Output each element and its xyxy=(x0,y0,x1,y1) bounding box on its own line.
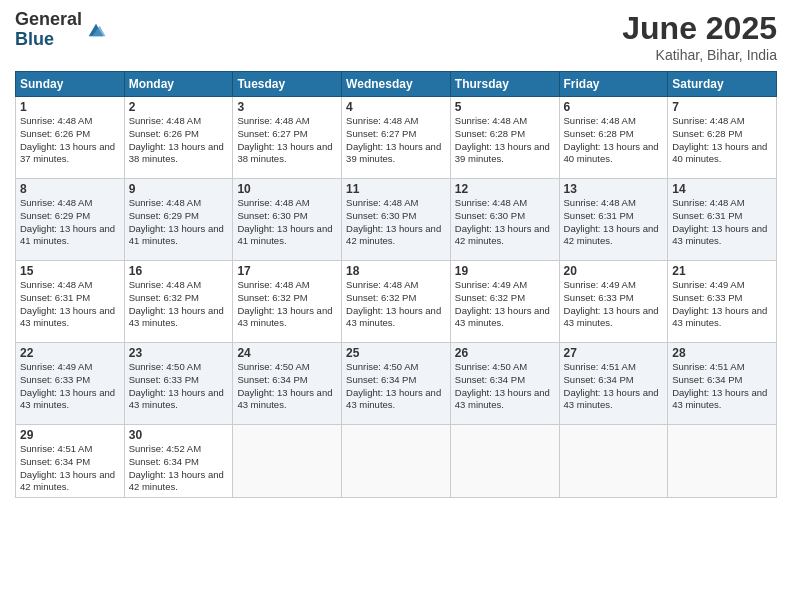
day-number: 7 xyxy=(672,100,772,114)
day-info: Sunrise: 4:48 AMSunset: 6:32 PMDaylight:… xyxy=(346,279,441,328)
table-row: 5 Sunrise: 4:48 AMSunset: 6:28 PMDayligh… xyxy=(450,97,559,179)
day-info: Sunrise: 4:48 AMSunset: 6:26 PMDaylight:… xyxy=(20,115,115,164)
day-number: 20 xyxy=(564,264,664,278)
table-row: 20 Sunrise: 4:49 AMSunset: 6:33 PMDaylig… xyxy=(559,261,668,343)
day-number: 24 xyxy=(237,346,337,360)
table-row: 8 Sunrise: 4:48 AMSunset: 6:29 PMDayligh… xyxy=(16,179,125,261)
col-wednesday: Wednesday xyxy=(342,72,451,97)
header: General Blue June 2025 Katihar, Bihar, I… xyxy=(15,10,777,63)
day-info: Sunrise: 4:48 AMSunset: 6:28 PMDaylight:… xyxy=(564,115,659,164)
logo-text: General Blue xyxy=(15,10,82,50)
day-info: Sunrise: 4:51 AMSunset: 6:34 PMDaylight:… xyxy=(20,443,115,492)
location: Katihar, Bihar, India xyxy=(622,47,777,63)
day-info: Sunrise: 4:50 AMSunset: 6:33 PMDaylight:… xyxy=(129,361,224,410)
calendar-header-row: Sunday Monday Tuesday Wednesday Thursday… xyxy=(16,72,777,97)
day-info: Sunrise: 4:48 AMSunset: 6:31 PMDaylight:… xyxy=(672,197,767,246)
day-number: 30 xyxy=(129,428,229,442)
day-info: Sunrise: 4:49 AMSunset: 6:32 PMDaylight:… xyxy=(455,279,550,328)
col-saturday: Saturday xyxy=(668,72,777,97)
table-row: 2 Sunrise: 4:48 AMSunset: 6:26 PMDayligh… xyxy=(124,97,233,179)
table-row: 26 Sunrise: 4:50 AMSunset: 6:34 PMDaylig… xyxy=(450,343,559,425)
logo-icon xyxy=(85,20,107,42)
table-row xyxy=(233,425,342,498)
table-row: 29 Sunrise: 4:51 AMSunset: 6:34 PMDaylig… xyxy=(16,425,125,498)
day-number: 14 xyxy=(672,182,772,196)
logo-general: General xyxy=(15,10,82,30)
day-number: 10 xyxy=(237,182,337,196)
table-row xyxy=(342,425,451,498)
day-info: Sunrise: 4:48 AMSunset: 6:32 PMDaylight:… xyxy=(237,279,332,328)
logo-blue: Blue xyxy=(15,30,82,50)
day-number: 2 xyxy=(129,100,229,114)
day-number: 26 xyxy=(455,346,555,360)
day-number: 21 xyxy=(672,264,772,278)
table-row: 12 Sunrise: 4:48 AMSunset: 6:30 PMDaylig… xyxy=(450,179,559,261)
day-info: Sunrise: 4:48 AMSunset: 6:29 PMDaylight:… xyxy=(129,197,224,246)
calendar-table: Sunday Monday Tuesday Wednesday Thursday… xyxy=(15,71,777,498)
day-number: 9 xyxy=(129,182,229,196)
col-friday: Friday xyxy=(559,72,668,97)
table-row: 9 Sunrise: 4:48 AMSunset: 6:29 PMDayligh… xyxy=(124,179,233,261)
table-row: 3 Sunrise: 4:48 AMSunset: 6:27 PMDayligh… xyxy=(233,97,342,179)
day-info: Sunrise: 4:49 AMSunset: 6:33 PMDaylight:… xyxy=(20,361,115,410)
day-number: 23 xyxy=(129,346,229,360)
day-info: Sunrise: 4:48 AMSunset: 6:31 PMDaylight:… xyxy=(564,197,659,246)
day-info: Sunrise: 4:48 AMSunset: 6:31 PMDaylight:… xyxy=(20,279,115,328)
day-info: Sunrise: 4:52 AMSunset: 6:34 PMDaylight:… xyxy=(129,443,224,492)
table-row: 10 Sunrise: 4:48 AMSunset: 6:30 PMDaylig… xyxy=(233,179,342,261)
table-row: 11 Sunrise: 4:48 AMSunset: 6:30 PMDaylig… xyxy=(342,179,451,261)
logo: General Blue xyxy=(15,10,107,50)
day-number: 16 xyxy=(129,264,229,278)
table-row: 13 Sunrise: 4:48 AMSunset: 6:31 PMDaylig… xyxy=(559,179,668,261)
day-info: Sunrise: 4:49 AMSunset: 6:33 PMDaylight:… xyxy=(672,279,767,328)
day-number: 17 xyxy=(237,264,337,278)
day-info: Sunrise: 4:48 AMSunset: 6:27 PMDaylight:… xyxy=(237,115,332,164)
col-thursday: Thursday xyxy=(450,72,559,97)
table-row: 28 Sunrise: 4:51 AMSunset: 6:34 PMDaylig… xyxy=(668,343,777,425)
day-number: 1 xyxy=(20,100,120,114)
day-info: Sunrise: 4:51 AMSunset: 6:34 PMDaylight:… xyxy=(564,361,659,410)
day-number: 13 xyxy=(564,182,664,196)
table-row: 1 Sunrise: 4:48 AMSunset: 6:26 PMDayligh… xyxy=(16,97,125,179)
table-row xyxy=(450,425,559,498)
day-info: Sunrise: 4:48 AMSunset: 6:29 PMDaylight:… xyxy=(20,197,115,246)
day-number: 29 xyxy=(20,428,120,442)
table-row: 17 Sunrise: 4:48 AMSunset: 6:32 PMDaylig… xyxy=(233,261,342,343)
day-info: Sunrise: 4:48 AMSunset: 6:30 PMDaylight:… xyxy=(455,197,550,246)
table-row: 22 Sunrise: 4:49 AMSunset: 6:33 PMDaylig… xyxy=(16,343,125,425)
table-row: 21 Sunrise: 4:49 AMSunset: 6:33 PMDaylig… xyxy=(668,261,777,343)
col-sunday: Sunday xyxy=(16,72,125,97)
table-row: 30 Sunrise: 4:52 AMSunset: 6:34 PMDaylig… xyxy=(124,425,233,498)
table-row: 7 Sunrise: 4:48 AMSunset: 6:28 PMDayligh… xyxy=(668,97,777,179)
table-row: 14 Sunrise: 4:48 AMSunset: 6:31 PMDaylig… xyxy=(668,179,777,261)
table-row: 4 Sunrise: 4:48 AMSunset: 6:27 PMDayligh… xyxy=(342,97,451,179)
day-number: 3 xyxy=(237,100,337,114)
day-number: 11 xyxy=(346,182,446,196)
day-info: Sunrise: 4:51 AMSunset: 6:34 PMDaylight:… xyxy=(672,361,767,410)
day-number: 22 xyxy=(20,346,120,360)
table-row: 18 Sunrise: 4:48 AMSunset: 6:32 PMDaylig… xyxy=(342,261,451,343)
month-title: June 2025 xyxy=(622,10,777,47)
table-row xyxy=(559,425,668,498)
day-number: 8 xyxy=(20,182,120,196)
day-info: Sunrise: 4:50 AMSunset: 6:34 PMDaylight:… xyxy=(237,361,332,410)
page: General Blue June 2025 Katihar, Bihar, I… xyxy=(0,0,792,612)
title-block: June 2025 Katihar, Bihar, India xyxy=(622,10,777,63)
day-number: 4 xyxy=(346,100,446,114)
day-number: 5 xyxy=(455,100,555,114)
day-info: Sunrise: 4:48 AMSunset: 6:28 PMDaylight:… xyxy=(672,115,767,164)
table-row: 24 Sunrise: 4:50 AMSunset: 6:34 PMDaylig… xyxy=(233,343,342,425)
day-info: Sunrise: 4:48 AMSunset: 6:26 PMDaylight:… xyxy=(129,115,224,164)
day-number: 27 xyxy=(564,346,664,360)
day-number: 28 xyxy=(672,346,772,360)
day-info: Sunrise: 4:48 AMSunset: 6:30 PMDaylight:… xyxy=(237,197,332,246)
day-info: Sunrise: 4:48 AMSunset: 6:30 PMDaylight:… xyxy=(346,197,441,246)
table-row: 16 Sunrise: 4:48 AMSunset: 6:32 PMDaylig… xyxy=(124,261,233,343)
table-row: 27 Sunrise: 4:51 AMSunset: 6:34 PMDaylig… xyxy=(559,343,668,425)
col-tuesday: Tuesday xyxy=(233,72,342,97)
table-row: 25 Sunrise: 4:50 AMSunset: 6:34 PMDaylig… xyxy=(342,343,451,425)
day-info: Sunrise: 4:50 AMSunset: 6:34 PMDaylight:… xyxy=(346,361,441,410)
day-number: 6 xyxy=(564,100,664,114)
day-number: 18 xyxy=(346,264,446,278)
table-row: 15 Sunrise: 4:48 AMSunset: 6:31 PMDaylig… xyxy=(16,261,125,343)
